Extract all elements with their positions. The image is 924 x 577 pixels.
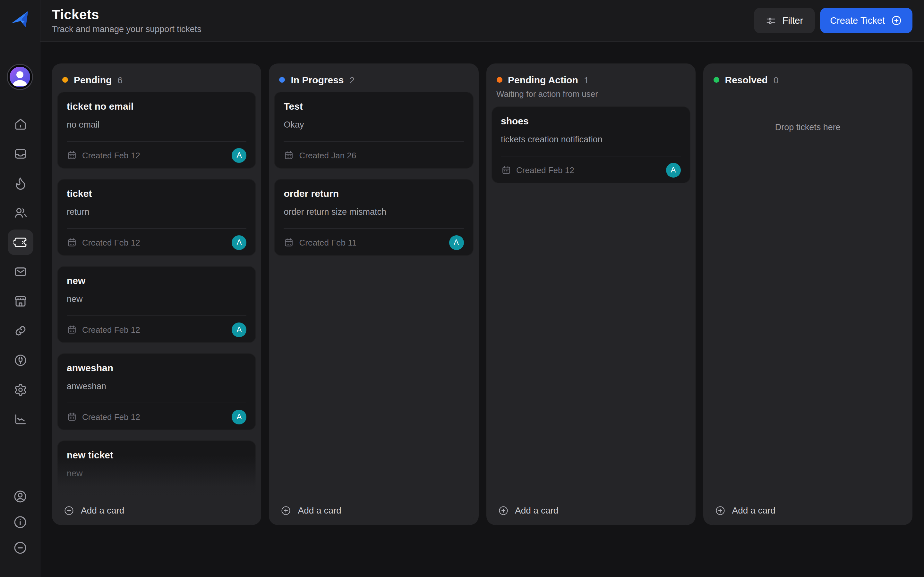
add-card-label: Add a card [515, 505, 558, 516]
assignee-avatar: A [449, 235, 464, 250]
card-list: ticket no email no email Created Feb 12 … [57, 89, 256, 520]
empty-drop-label: Drop tickets here [708, 122, 908, 132]
user-circle-icon [13, 489, 27, 504]
ticket-description: anweshan [67, 382, 247, 391]
ticket-card-footer: Created Feb 12 A [67, 409, 247, 424]
ticket-title: Test [284, 101, 464, 111]
sidebar-item-mail[interactable] [5, 257, 35, 287]
ticket-description: tickets creation notification [501, 135, 681, 144]
create-ticket-button[interactable]: Create Ticket [820, 8, 913, 33]
sidebar-item-plug-circle[interactable] [5, 346, 35, 375]
minus-circle-icon [13, 540, 27, 555]
sidebar-item-flame[interactable] [5, 169, 35, 198]
add-card-button[interactable]: Add a card [57, 496, 256, 525]
ticket-card[interactable]: shoes tickets creation notification Crea… [491, 106, 690, 183]
card-list: shoes tickets creation notification Crea… [491, 104, 690, 520]
sidebar-item-store[interactable] [5, 287, 35, 316]
ticket-card-footer: Created Feb 12 A [67, 235, 247, 250]
sidebar-item-minus-circle[interactable] [5, 535, 35, 560]
app-logo-paper-plane-icon[interactable] [9, 8, 31, 30]
kanban-column: In Progress 2 Test Okay Created Jan 26 o… [269, 63, 479, 525]
column-header: Resolved 0 [708, 69, 908, 89]
column-count: 2 [350, 75, 355, 85]
status-dot-icon [279, 77, 285, 83]
ticket-card-footer: Created Feb 12 A [501, 162, 681, 177]
user-avatar[interactable] [8, 65, 32, 89]
ticket-card[interactable]: order return order return size mismatch … [274, 179, 473, 256]
sidebar-item-home[interactable] [5, 110, 35, 139]
kanban-board: Pending 6 ticket no email no email Creat… [40, 42, 924, 577]
add-card-button[interactable]: Add a card [274, 496, 473, 525]
calendar-icon [501, 165, 511, 175]
calendar-icon [67, 324, 77, 335]
ticket-title: new [67, 275, 247, 286]
ticket-card-footer: Created Feb 11 A [284, 235, 464, 250]
app-window: Tickets Track and manage your support ti… [0, 0, 924, 577]
plus-circle-icon [715, 505, 726, 516]
sidebar-item-link[interactable] [5, 316, 35, 346]
filter-button[interactable]: Filter [754, 8, 814, 33]
ticket-card[interactable]: anweshan anweshan Created Feb 12 A [57, 353, 256, 430]
ticket-icon [13, 235, 27, 250]
status-dot-icon [496, 77, 502, 83]
kanban-column: Resolved 0 Drop tickets here Add a card [703, 63, 913, 525]
ticket-card[interactable]: Test Okay Created Jan 26 [274, 92, 473, 169]
card-list: Test Okay Created Jan 26 order return or… [274, 89, 473, 520]
ticket-created-date: Created Feb 11 [299, 237, 357, 247]
sidebar-nav [0, 110, 40, 434]
add-card-button[interactable]: Add a card [708, 496, 908, 525]
ticket-card-footer: Created Feb 12 A [67, 147, 247, 163]
plus-circle-icon [63, 505, 74, 516]
status-dot-icon [62, 77, 68, 83]
users-icon [13, 206, 27, 220]
ticket-description: new [67, 469, 247, 478]
ticket-created-date: Created Feb 12 [82, 150, 140, 160]
page-title: Tickets [52, 7, 202, 23]
add-card-button[interactable]: Add a card [491, 496, 690, 525]
sidebar-item-info-circle[interactable] [5, 509, 35, 535]
mail-icon [13, 265, 27, 279]
calendar-icon [67, 150, 77, 160]
assignee-avatar: A [666, 163, 681, 177]
assignee-avatar: A [232, 235, 247, 250]
ticket-description: return [67, 207, 247, 217]
sidebar-item-chart-line[interactable] [5, 405, 35, 434]
divider [501, 156, 681, 156]
ticket-title: anweshan [67, 362, 247, 373]
ticket-title: shoes [501, 115, 681, 126]
sidebar-item-inbox[interactable] [5, 139, 35, 169]
column-count: 0 [774, 75, 779, 85]
sidebar-item-users[interactable] [5, 198, 35, 227]
sliders-icon [766, 15, 777, 26]
column-header: Pending Action 1 [491, 69, 690, 89]
add-card-label: Add a card [298, 505, 341, 516]
ticket-card[interactable]: ticket return Created Feb 12 A [57, 179, 256, 256]
page-subtitle: Track and manage your support tickets [52, 24, 202, 34]
ticket-title: order return [284, 188, 464, 199]
filter-button-label: Filter [782, 15, 803, 26]
calendar-icon [67, 412, 77, 422]
status-dot-icon [714, 77, 719, 83]
ticket-card[interactable]: ticket no email no email Created Feb 12 … [57, 92, 256, 169]
ticket-card-footer: Created Jan 26 [284, 147, 464, 163]
column-title: In Progress [291, 74, 344, 85]
divider [67, 141, 247, 142]
gear-icon [13, 383, 27, 397]
card-list: Drop tickets here [708, 89, 908, 520]
plus-circle-icon [281, 505, 292, 516]
sidebar-item-user-circle[interactable] [5, 484, 35, 509]
divider [67, 403, 247, 403]
ticket-created-date: Created Feb 12 [516, 165, 574, 175]
calendar-icon [284, 237, 294, 247]
column-title: Pending [74, 74, 111, 85]
divider [67, 316, 247, 316]
store-icon [13, 294, 27, 308]
column-count: 1 [584, 75, 589, 85]
main-area: Tickets Track and manage your support ti… [40, 0, 924, 577]
sidebar-item-ticket[interactable] [5, 227, 35, 257]
flame-icon [13, 176, 27, 190]
inbox-icon [13, 147, 27, 161]
ticket-card[interactable]: new new Created Feb 12 A [57, 266, 256, 343]
sidebar-item-gear[interactable] [5, 375, 35, 405]
ticket-title: new ticket [67, 450, 247, 460]
